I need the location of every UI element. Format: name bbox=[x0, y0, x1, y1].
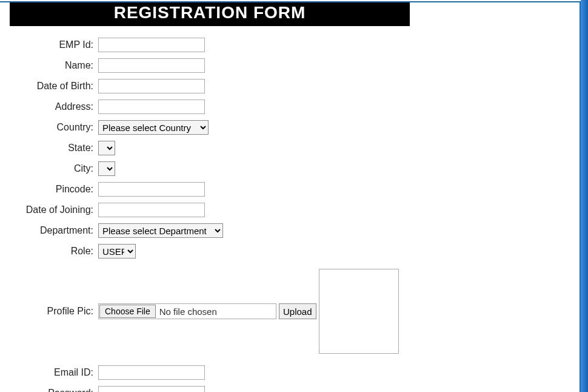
file-input-container[interactable]: Choose File No file chosen bbox=[98, 303, 276, 319]
pincode-input[interactable] bbox=[98, 182, 205, 197]
name-input[interactable] bbox=[98, 58, 205, 73]
dob-label: Date of Birth: bbox=[6, 81, 96, 92]
department-label: Department: bbox=[6, 225, 96, 236]
emp-id-input[interactable] bbox=[98, 38, 205, 52]
upload-button[interactable]: Upload bbox=[279, 303, 316, 319]
profile-pic-label: Profile Pic: bbox=[6, 306, 96, 317]
role-select[interactable]: USER bbox=[98, 244, 136, 259]
choose-file-button[interactable]: Choose File bbox=[99, 305, 156, 318]
country-label: Country: bbox=[6, 122, 96, 133]
doj-label: Date of Joining: bbox=[6, 204, 96, 215]
city-label: City: bbox=[6, 163, 96, 174]
role-label: Role: bbox=[6, 246, 96, 257]
country-select[interactable]: Please select Country bbox=[98, 120, 209, 135]
address-input[interactable] bbox=[98, 100, 205, 114]
file-status-text: No file chosen bbox=[156, 306, 217, 317]
password-input[interactable] bbox=[98, 386, 205, 392]
registration-form: EMP Id: Name: Date of Birth: Address: Co… bbox=[0, 26, 580, 392]
email-input[interactable] bbox=[98, 365, 205, 380]
dob-input[interactable] bbox=[98, 79, 205, 93]
name-label: Name: bbox=[6, 60, 96, 71]
page-title: REGISTRATION FORM bbox=[10, 1, 410, 26]
city-select[interactable] bbox=[98, 161, 115, 176]
email-label: Email ID: bbox=[6, 367, 96, 378]
state-select[interactable] bbox=[98, 141, 115, 155]
department-select[interactable]: Please select Department bbox=[98, 223, 223, 238]
emp-id-label: EMP Id: bbox=[6, 39, 96, 50]
pincode-label: Pincode: bbox=[6, 184, 96, 195]
address-label: Address: bbox=[6, 101, 96, 112]
password-label: Password: bbox=[6, 388, 96, 392]
state-label: State: bbox=[6, 143, 96, 154]
profile-pic-preview bbox=[319, 269, 399, 354]
window-border-right bbox=[581, 0, 588, 392]
doj-input[interactable] bbox=[98, 203, 205, 217]
